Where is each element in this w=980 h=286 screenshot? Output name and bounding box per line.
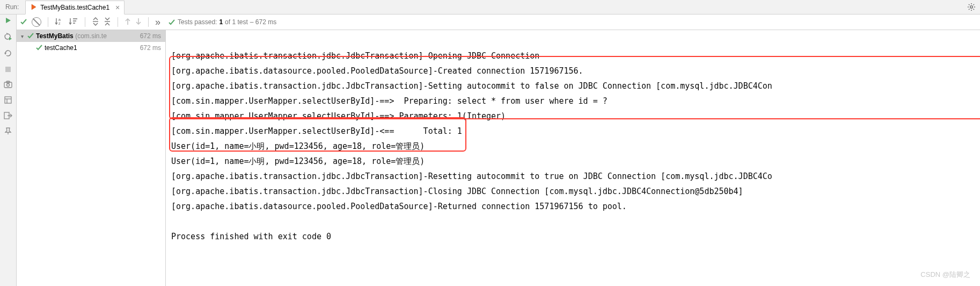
summary-of: of 1 test (225, 18, 248, 26)
stop-icon[interactable] (3, 66, 13, 74)
console-line: [org.apache.ibatis.datasource.pooled.Poo… (171, 202, 627, 211)
svg-line-9 (969, 9, 970, 10)
separator (48, 17, 48, 27)
svg-text:a: a (58, 18, 61, 22)
watermark: CSDN @陆卿之 (920, 270, 970, 280)
console-line: [com.sin.mapper.UserMapper.selectUserByI… (171, 111, 506, 121)
test-tree[interactable]: ▾ TestMyBatis (com.sin.te 672 ms testCac… (17, 30, 166, 286)
tree-item-duration: 672 ms (140, 44, 161, 52)
svg-point-18 (7, 84, 10, 87)
console-exit-line: Process finished with exit code 0 (171, 232, 331, 241)
run-label: Run: (3, 3, 21, 11)
pin-icon[interactable] (3, 127, 13, 137)
console-line: [org.apache.ibatis.transaction.jdbc.Jdbc… (171, 51, 539, 61)
body: ▾ TestMyBatis (com.sin.te 672 ms testCac… (17, 30, 980, 286)
content-area: az » Tests passed: (17, 15, 980, 286)
check-icon (168, 18, 175, 26)
left-gutter (0, 15, 17, 286)
svg-line-10 (974, 4, 975, 5)
summary-prefix: Tests passed: (178, 18, 217, 26)
show-passed-icon[interactable] (20, 18, 27, 27)
collapse-all-icon[interactable] (104, 17, 111, 27)
svg-marker-14 (4, 53, 6, 55)
console-output[interactable]: [org.apache.ibatis.transaction.jdbc.Jdbc… (166, 30, 980, 286)
toggle-auto-test-icon[interactable] (3, 49, 13, 59)
collapse-arrow-icon[interactable]: ▾ (21, 33, 27, 39)
svg-marker-0 (32, 4, 36, 10)
run-tab-label: TestMyBatis.testCache1 (40, 4, 109, 11)
run-tab-bar: Run: TestMyBatis.testCache1 × (0, 0, 980, 15)
exit-icon[interactable] (3, 112, 13, 121)
console-line: User(id=1, name=小明, pwd=123456, age=18, … (171, 156, 425, 166)
svg-point-2 (970, 6, 972, 8)
summary-time: – 672 ms (250, 18, 276, 26)
test-toolbar: az » Tests passed: (17, 15, 980, 30)
svg-marker-12 (6, 33, 9, 35)
gear-icon[interactable] (967, 3, 976, 13)
tree-item-name: testCache1 (45, 44, 140, 52)
main-area: az » Tests passed: (0, 15, 980, 286)
check-icon (27, 32, 34, 40)
console-line: [org.apache.ibatis.transaction.jdbc.Jdbc… (171, 187, 743, 196)
close-tab-icon[interactable]: × (115, 3, 120, 12)
expand-all-icon[interactable] (92, 17, 99, 27)
test-summary: Tests passed: 1 of 1 test – 672 ms (168, 18, 276, 26)
next-test-icon[interactable] (135, 18, 142, 27)
tree-root-label: TestMyBatis (com.sin.te (36, 32, 140, 40)
separator (148, 17, 149, 27)
prev-test-icon[interactable] (125, 18, 131, 27)
layout-icon[interactable] (3, 96, 13, 105)
separator (85, 17, 85, 27)
summary-passed: 1 (219, 18, 223, 26)
more-icon[interactable]: » (155, 19, 160, 25)
show-ignored-icon[interactable] (32, 17, 41, 27)
svg-line-7 (969, 4, 970, 5)
console-line: [org.apache.ibatis.transaction.jdbc.Jdbc… (171, 81, 772, 91)
sort-alpha-icon[interactable]: az (55, 17, 64, 27)
rerun-failed-icon[interactable] (3, 32, 13, 42)
console-line: [com.sin.mapper.UserMapper.selectUserByI… (171, 96, 608, 106)
tree-root-name: TestMyBatis (36, 32, 74, 40)
console-line: [com.sin.mapper.UserMapper.selectUserByI… (171, 126, 462, 136)
svg-rect-15 (5, 67, 11, 72)
svg-marker-24 (5, 128, 11, 132)
test-tree-item[interactable]: testCache1 672 ms (17, 42, 165, 54)
check-icon (36, 44, 42, 52)
separator (118, 17, 118, 27)
svg-line-8 (974, 9, 975, 10)
run-icon[interactable] (4, 17, 12, 26)
tree-root-duration: 672 ms (140, 32, 161, 40)
run-tab[interactable]: TestMyBatis.testCache1 × (25, 1, 125, 15)
camera-icon[interactable] (3, 81, 13, 90)
svg-marker-11 (6, 18, 11, 23)
tree-root-pkg: (com.sin.te (75, 32, 107, 40)
test-config-icon (30, 3, 38, 12)
svg-rect-19 (5, 97, 11, 103)
svg-text:z: z (58, 22, 61, 25)
test-tree-root[interactable]: ▾ TestMyBatis (com.sin.te 672 ms (17, 30, 165, 42)
sort-duration-icon[interactable] (69, 17, 78, 27)
console-line: User(id=1, name=小明, pwd=123456, age=18, … (171, 141, 425, 151)
console-line: [org.apache.ibatis.datasource.pooled.Poo… (171, 66, 583, 76)
console-line: [org.apache.ibatis.transaction.jdbc.Jdbc… (171, 171, 772, 181)
